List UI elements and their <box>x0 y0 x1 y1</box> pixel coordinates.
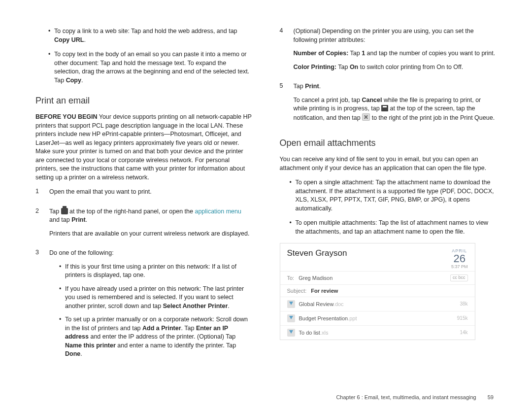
email-day: 26 <box>451 253 468 264</box>
text: To cancel a print job, tap <box>294 97 362 103</box>
save-icon <box>381 105 388 111</box>
bold: Copy <box>66 77 81 84</box>
step-text: Tap at the top of the right-hand panel, … <box>49 207 253 225</box>
text: . Tap <box>181 325 196 332</box>
bullet-copy-url: To copy a link to a web site: Tap and ho… <box>54 27 253 44</box>
bold: On <box>350 64 358 70</box>
text: and tap the number of copies you want to… <box>365 50 495 57</box>
attachment-size: 915k <box>457 315 468 321</box>
email-to-row: To: Greg Madison cc bcc <box>280 271 475 284</box>
text: at the top of the right-hand panel, or o… <box>68 208 195 215</box>
number-of-copies: Number of Copies: Tap 1 and tap the numb… <box>294 49 497 58</box>
page-footer: Chapter 6 : Email, text, multimedia, and… <box>336 394 494 400</box>
bold: Number of Copies: <box>294 50 349 57</box>
chapter-label: Chapter 6 : Email, text, multimedia, and… <box>336 394 476 400</box>
bullet: To open multiple attachments: Tap the li… <box>296 219 497 236</box>
text: to the right of the print job in the Pri… <box>370 114 495 121</box>
cc-bcc-button[interactable]: cc bcc <box>450 274 468 281</box>
email-header: Steven Grayson APRIL 26 5:37 PM <box>280 243 475 271</box>
attachment-ext: .xls <box>320 330 329 336</box>
email-card: Steven Grayson APRIL 26 5:37 PM To: Greg… <box>280 243 475 340</box>
download-icon <box>287 300 295 308</box>
page: To copy a link to a web site: Tap and ho… <box>0 0 532 370</box>
bold: Copy URL <box>54 36 84 43</box>
page-number: 59 <box>488 394 494 400</box>
bullet: To set up a printer manually or on a cor… <box>65 315 253 359</box>
text: Your device supports printing on all net… <box>35 113 252 181</box>
bullet-copy-text: To copy text in the body of an email so … <box>54 50 253 85</box>
label: BEFORE YOU BEGIN <box>35 113 97 120</box>
text: Tap <box>294 83 305 90</box>
text: . <box>319 83 321 90</box>
step-5: 5 Tap Print. To cancel a print job, tap … <box>280 82 497 127</box>
email-time: 5:37 PM <box>451 264 468 269</box>
bold: Done <box>65 350 80 357</box>
attachment-name: To do list <box>299 330 320 336</box>
attachment-name: Global Review <box>299 301 333 307</box>
text: and enter the IP address of the printer.… <box>89 333 235 340</box>
bold: Add a Printer <box>142 325 181 332</box>
open-bullets: To open a single attachment: Tap the att… <box>280 178 497 236</box>
heading-print-email: Print an email <box>35 96 253 106</box>
email-from: Steven Grayson <box>287 248 347 269</box>
step-3: 3 Do one of the following: If this is yo… <box>35 249 253 364</box>
step-number: 2 <box>35 207 49 243</box>
step-text: Do one of the following: <box>49 249 253 258</box>
bold: Print <box>305 83 319 90</box>
to-value: Greg Madison <box>299 275 332 281</box>
step-text: Tap Print. <box>294 82 497 91</box>
email-subject-row: Subject: For review <box>280 284 475 297</box>
attachment-row[interactable]: Budget Presentation.ppt 915k <box>280 311 475 325</box>
step-text: (Optional) Depending on the printer you … <box>294 27 497 44</box>
before-you-begin: BEFORE YOU BEGIN Your device supports pr… <box>35 113 253 182</box>
text: . <box>84 36 85 43</box>
text: and tap <box>49 216 71 223</box>
text: To copy text in the body of an email so … <box>54 51 249 84</box>
text: Tap <box>336 64 350 70</box>
attachment-row[interactable]: To do list.xls 14k <box>280 325 475 340</box>
attachment-size: 38k <box>460 301 467 307</box>
subject-label: Subject: <box>287 288 307 294</box>
left-column: To copy a link to a web site: Tap and ho… <box>35 27 253 370</box>
to-label: To: <box>287 275 295 281</box>
bold: Cancel <box>362 97 382 103</box>
bold: Color Printing: <box>294 64 337 70</box>
step-4: 4 (Optional) Depending on the printer yo… <box>280 27 497 76</box>
step3-bullets: If this is your first time using a print… <box>49 263 253 359</box>
step-number: 4 <box>280 27 294 76</box>
text: . <box>80 350 82 357</box>
text: Tap <box>348 50 362 57</box>
subject-value: For review <box>311 288 338 294</box>
attachment-name: Budget Presentation <box>299 315 348 321</box>
step-number: 1 <box>35 188 49 202</box>
attachment-row[interactable]: Global Review.doc 38k <box>280 297 475 311</box>
text: . <box>81 77 83 84</box>
close-icon <box>362 113 370 121</box>
text: to switch color printing from On to Off. <box>358 64 463 70</box>
attachment-ext: .ppt <box>348 315 357 321</box>
heading-open-attachments: Open email attachments <box>280 138 497 148</box>
text: and enter a name to identify the printer… <box>116 342 236 349</box>
bold: Print <box>71 216 85 223</box>
right-column: 4 (Optional) Depending on the printer yo… <box>280 27 497 370</box>
cancel-note: To cancel a print job, tap Cancel while … <box>294 96 497 123</box>
text: To copy a link to a web site: Tap and ho… <box>54 28 237 34</box>
download-icon <box>287 329 295 337</box>
step-number: 5 <box>280 82 294 127</box>
bullet: To open a single attachment: Tap the att… <box>296 178 497 213</box>
step-2: 2 Tap at the top of the right-hand panel… <box>35 207 253 243</box>
attachment-size: 14k <box>460 330 467 335</box>
text: . <box>228 303 229 309</box>
application-menu-link[interactable]: application menu <box>195 208 241 215</box>
intro-bullets: To copy a link to a web site: Tap and ho… <box>35 27 253 85</box>
print-icon <box>61 208 68 214</box>
bold: Name this printer <box>65 342 116 349</box>
step-text: Open the email that you want to print. <box>49 188 253 197</box>
open-intro: You can receive any kind of file sent to… <box>280 155 497 172</box>
bullet: If you have already used a printer on th… <box>65 285 253 311</box>
color-printing: Color Printing: Tap On to switch color p… <box>294 63 497 72</box>
email-date: APRIL 26 5:37 PM <box>451 248 468 269</box>
bold: Select Another Printer <box>163 303 228 309</box>
text: Tap <box>49 208 61 215</box>
step-1: 1 Open the email that you want to print. <box>35 188 253 202</box>
